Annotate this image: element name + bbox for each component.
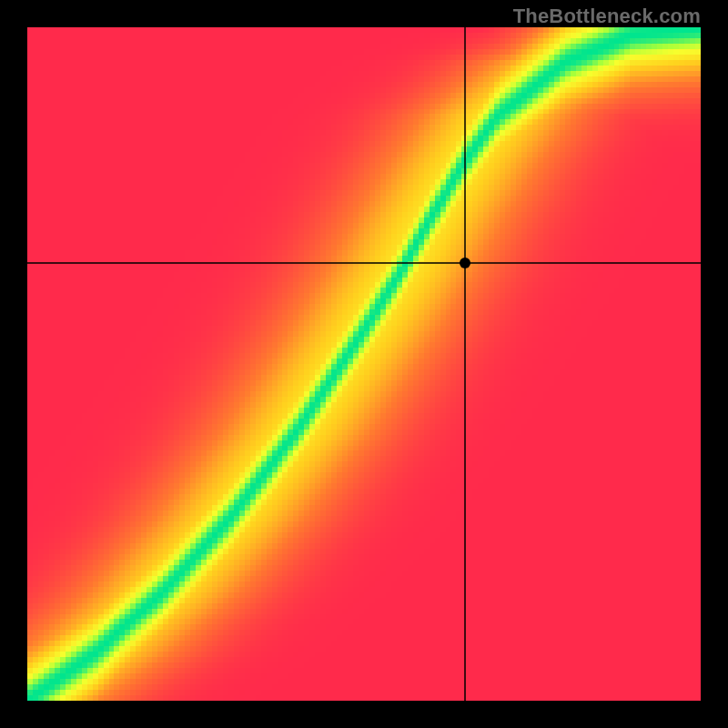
bottleneck-heatmap [0,0,728,728]
attribution-label: TheBottleneck.com [513,5,701,28]
